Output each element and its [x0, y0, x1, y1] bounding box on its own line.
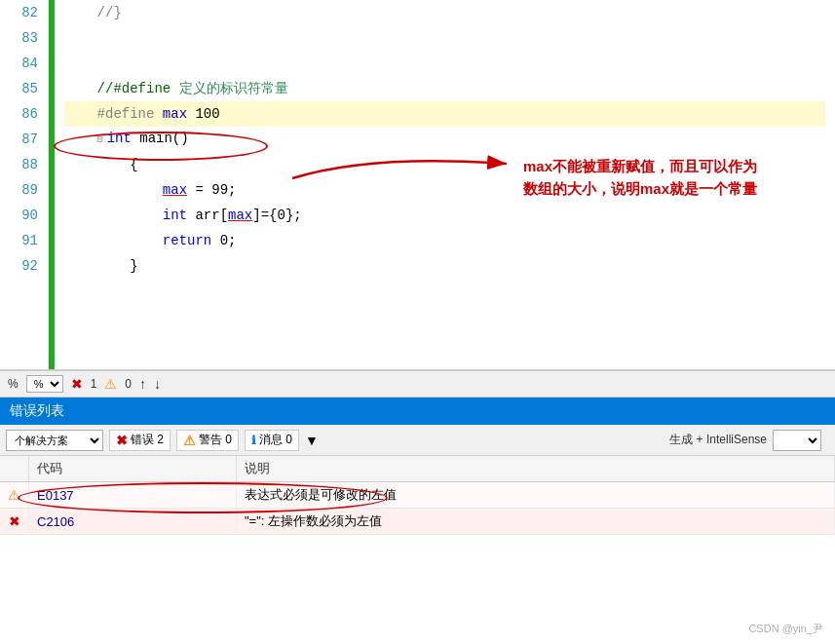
col-icon-header — [0, 456, 29, 482]
watermark: CSDN @yin_尹 — [748, 622, 823, 636]
code-line-85: //#define 定义的标识符常量 — [64, 76, 825, 101]
error-row-icon: ✖ — [9, 513, 20, 529]
line-numbers: 82 83 84 85 86 87 88 89 90 91 92 — [0, 0, 49, 369]
build-dropdown[interactable] — [773, 430, 821, 451]
zoom-percent: % — [8, 377, 19, 391]
row1-icon-cell: ⚠ — [0, 482, 29, 509]
error-badge[interactable]: ✖ 错误 2 — [109, 430, 171, 451]
warning-badge-icon: ⚠ — [183, 433, 196, 448]
status-bar: % % ✖ 1 ⚠ 0 ↑ ↓ — [0, 370, 835, 398]
error-list-panel: 错误列表 个解决方案 ✖ 错误 2 ⚠ 警告 0 ℹ 消息 0 ▼ 生成 + I… — [0, 398, 835, 535]
error-list-toolbar: 个解决方案 ✖ 错误 2 ⚠ 警告 0 ℹ 消息 0 ▼ 生成 + Intell… — [0, 425, 835, 456]
code-line-86: #define max 100 — [64, 101, 825, 127]
editor-area: 82 83 84 85 86 87 88 89 90 91 92 //} — [0, 0, 835, 370]
filter-button[interactable]: ▼ — [305, 433, 319, 448]
error-list-title: 错误列表 — [10, 402, 64, 420]
code-line-82: //} — [64, 0, 825, 25]
error-list-header: 错误列表 — [0, 398, 835, 425]
info-badge-icon: ℹ — [251, 434, 256, 447]
row2-desc-cell: "=": 左操作数必须为左值 — [236, 509, 834, 535]
code-line-92: } — [64, 253, 825, 279]
error-count: 1 — [91, 377, 97, 391]
warning-icon: ⚠ — [104, 376, 117, 392]
info-badge-label: 消息 0 — [259, 432, 292, 448]
nav-down-button[interactable]: ↓ — [154, 376, 161, 392]
warning-row-icon: ⚠ — [8, 487, 20, 503]
error-table: 代码 说明 ⚠ E0137 表达式必须是可修改的左值 ✖ C2106 "=": … — [0, 456, 835, 535]
row1-code-cell: E0137 — [29, 482, 237, 509]
zoom-dropdown[interactable]: % — [26, 375, 63, 393]
solution-dropdown[interactable]: 个解决方案 — [6, 430, 103, 451]
build-label: 生成 + IntelliSense — [669, 432, 767, 448]
row2-code-cell: C2106 — [29, 509, 237, 535]
code-line-90: int arr[max]={0}; — [64, 203, 825, 228]
col-desc-header: 说明 — [236, 456, 834, 482]
col-code-header: 代码 — [29, 456, 237, 482]
code-line-87: ⊟int main() — [64, 127, 825, 152]
nav-up-button[interactable]: ↑ — [139, 376, 146, 392]
code-line-91: return 0; — [64, 228, 825, 253]
warning-badge[interactable]: ⚠ 警告 0 — [176, 430, 239, 451]
row1-desc-cell: 表达式必须是可修改的左值 — [236, 482, 834, 509]
annotation-box: max不能被重新赋值，而且可以作为 数组的大小，说明max就是一个常量 — [523, 156, 806, 200]
info-badge[interactable]: ℹ 消息 0 — [245, 430, 299, 451]
table-row[interactable]: ⚠ E0137 表达式必须是可修改的左值 — [0, 482, 835, 509]
annotation-text-line2: 数组的大小，说明max就是一个常量 — [523, 178, 806, 201]
row2-icon-cell: ✖ — [0, 509, 29, 535]
annotation-text-line1: max不能被重新赋值，而且可以作为 — [523, 156, 806, 178]
code-line-84 — [64, 51, 825, 76]
error-badge-label: 错误 2 — [131, 432, 164, 448]
error-badge-icon: ✖ — [116, 433, 128, 448]
error-icon: ✖ — [71, 376, 83, 392]
code-line-83 — [64, 25, 825, 51]
warning-count: 0 — [125, 377, 132, 391]
table-row[interactable]: ✖ C2106 "=": 左操作数必须为左值 — [0, 509, 835, 535]
warning-badge-label: 警告 0 — [199, 432, 232, 448]
